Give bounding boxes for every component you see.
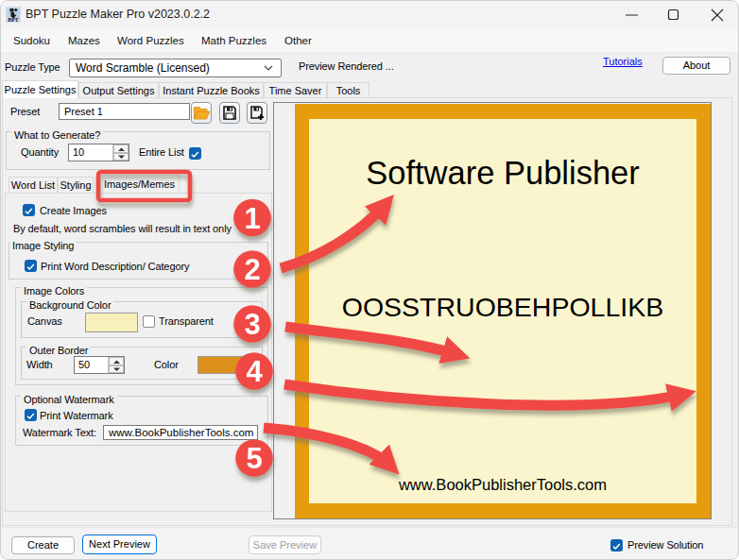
svg-text:5: 5	[246, 442, 262, 475]
svg-text:1: 1	[244, 202, 260, 235]
svg-text:3: 3	[244, 308, 260, 341]
svg-text:4: 4	[246, 355, 263, 388]
svg-text:2: 2	[244, 253, 260, 286]
